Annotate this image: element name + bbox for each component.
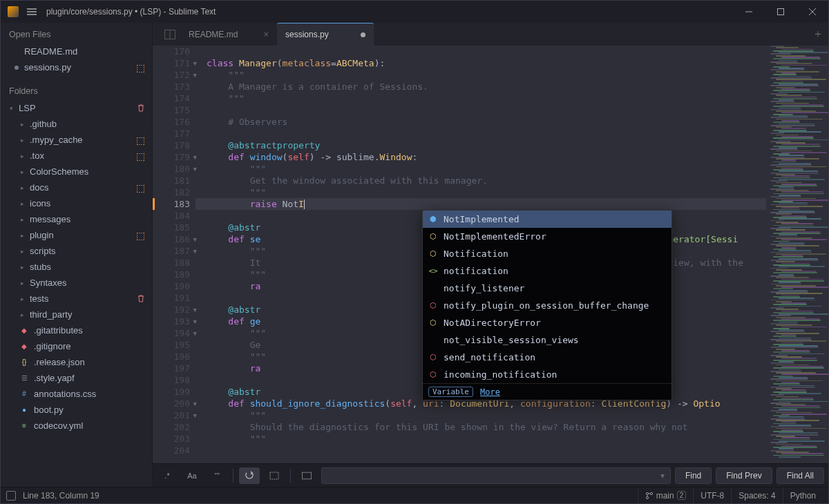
autocomplete-item[interactable]: ⬢NotImplemented [423, 211, 671, 228]
open-file-item[interactable]: README.md [1, 43, 152, 59]
code-line[interactable] [207, 128, 766, 139]
code-line[interactable]: """ [207, 186, 766, 198]
tree-item-label: .tox [30, 151, 132, 161]
code-line[interactable] [207, 104, 766, 116]
fold-icon[interactable]: ▼ [193, 304, 197, 316]
autocomplete-item[interactable]: ⬡notify_plugin_on_session_buffer_change [423, 297, 671, 314]
fold-icon[interactable]: ▼ [193, 152, 197, 164]
whole-word-toggle[interactable]: “” [207, 467, 227, 484]
highlight-toggle[interactable] [296, 467, 317, 484]
dirty-dot-icon [15, 66, 19, 70]
fold-icon[interactable]: ▼ [193, 328, 197, 340]
code-line[interactable] [207, 445, 766, 456]
minimap[interactable] [766, 46, 828, 463]
window-maximize-button[interactable] [765, 1, 797, 23]
code-line[interactable]: """ [207, 163, 766, 175]
close-tab-icon[interactable]: × [263, 29, 269, 39]
folder-item[interactable]: ▸third_party [1, 307, 152, 322]
folder-item[interactable]: ▸.github [1, 116, 152, 132]
file-item[interactable]: ≡codecov.yml [1, 418, 152, 434]
hamburger-menu-icon[interactable] [27, 8, 37, 16]
find-prev-button[interactable]: Find Prev [716, 467, 772, 484]
disclosure-icon: ▾ [8, 105, 15, 112]
status-git-branch[interactable]: main 2 [638, 487, 694, 504]
autocomplete-more-link[interactable]: More [480, 387, 500, 397]
status-indentation[interactable]: Spaces: 4 [731, 487, 782, 504]
code-line[interactable]: """ [207, 409, 766, 421]
code-line[interactable]: Get the window associated with this mana… [207, 175, 766, 186]
code-line[interactable]: class Manager(metaclass=ABCMeta): [207, 57, 766, 69]
find-input[interactable]: ▾ [321, 467, 671, 484]
wrap-toggle[interactable] [239, 467, 260, 484]
autocomplete-item[interactable]: ⬡NotImplementedError [423, 228, 671, 245]
file-type-icon: ● [19, 406, 30, 414]
new-tab-button[interactable]: ＋ [808, 23, 828, 46]
tree-item-label: codecov.yml [34, 420, 145, 431]
fold-icon[interactable]: ▼ [193, 398, 197, 410]
fold-icon[interactable]: ▼ [193, 70, 197, 81]
folder-item[interactable]: ▸icons [1, 195, 152, 211]
console-panel-icon[interactable] [6, 491, 16, 501]
completion-kind-icon: ⬡ [428, 232, 438, 242]
autocomplete-item[interactable]: notify_listener [423, 280, 671, 297]
fold-icon[interactable]: ▼ [193, 164, 197, 175]
folder-item[interactable]: ▸.mypy_cache⬚ [1, 132, 152, 148]
editor-tab[interactable]: sessions.py [277, 23, 374, 46]
find-history-dropdown-icon[interactable]: ▾ [660, 471, 665, 481]
file-item[interactable]: ◆.gitattributes [1, 322, 152, 338]
status-encoding[interactable]: UTF-8 [693, 487, 731, 504]
code-line[interactable]: A Manager is a container of Sessions. [207, 81, 766, 93]
fold-icon[interactable]: ▼ [193, 234, 197, 246]
editor-tab[interactable]: README.md× [180, 23, 277, 46]
file-item[interactable]: #annotations.css [1, 386, 152, 402]
trash-icon[interactable] [137, 104, 145, 113]
folder-item[interactable]: ▸docs⬚ [1, 180, 152, 195]
folder-root[interactable]: ▾ LSP [1, 100, 152, 116]
folder-item[interactable]: ▸.tox⬚ [1, 148, 152, 164]
folder-item[interactable]: ▸plugin⬚ [1, 227, 152, 243]
file-item[interactable]: ☰.style.yapf [1, 370, 152, 386]
window-close-button[interactable] [797, 1, 828, 23]
code-line[interactable] [207, 46, 766, 57]
autocomplete-item[interactable]: ⬡Notification [423, 245, 671, 262]
case-sensitive-toggle[interactable]: Aa [182, 467, 202, 484]
autocomplete-item[interactable]: ⬡NotADirectoryError [423, 314, 671, 331]
autocomplete-item[interactable]: ⬡incoming_notification [423, 366, 671, 383]
autocomplete-popup[interactable]: ⬢NotImplemented⬡NotImplementedError⬡Noti… [422, 210, 672, 400]
file-item[interactable]: ●boot.py [1, 402, 152, 418]
folder-item[interactable]: ▸Syntaxes [1, 275, 152, 291]
fold-icon[interactable]: ▼ [193, 410, 197, 422]
line-number: 195 [153, 339, 190, 351]
layout-icon[interactable] [160, 23, 180, 46]
folder-item[interactable]: ▸ColorSchemes [1, 164, 152, 180]
folder-item[interactable]: ▸scripts [1, 243, 152, 259]
code-line[interactable]: @abstractproperty [207, 139, 766, 151]
folder-item[interactable]: ▸messages [1, 211, 152, 227]
find-all-button[interactable]: Find All [776, 467, 824, 484]
code-line[interactable]: # Observers [207, 116, 766, 128]
code-line[interactable]: Should the diagnostics for this URI be s… [207, 421, 766, 433]
code-line[interactable]: def window(self) -> sublime.Window: [207, 151, 766, 163]
autocomplete-item[interactable]: not_visible_session_views [423, 331, 671, 349]
fold-icon[interactable]: ▼ [193, 316, 197, 328]
code-line[interactable]: """ [207, 433, 766, 445]
window-minimize-button[interactable] [733, 1, 765, 23]
code-line[interactable]: """ [207, 93, 766, 104]
fold-icon[interactable]: ▼ [193, 246, 197, 258]
fold-icon[interactable]: ▼ [193, 58, 197, 70]
find-button[interactable]: Find [675, 467, 712, 484]
folder-item[interactable]: ▸stubs [1, 259, 152, 275]
in-selection-toggle[interactable] [264, 467, 285, 484]
code-line[interactable]: """ [207, 69, 766, 81]
open-file-item[interactable]: sessions.py⬚ [1, 59, 152, 75]
regex-toggle[interactable]: .* [157, 467, 178, 484]
file-item[interactable]: {}.release.json [1, 354, 152, 370]
autocomplete-footer: Variable More [423, 383, 671, 400]
file-item[interactable]: ◆.gitignore [1, 338, 152, 354]
status-syntax[interactable]: Python [783, 487, 823, 504]
trash-icon[interactable] [137, 294, 145, 303]
code-line[interactable]: raise NotI [196, 198, 766, 210]
autocomplete-item[interactable]: ⬡send_notification [423, 349, 671, 366]
autocomplete-item[interactable]: <>notification [423, 262, 671, 280]
folder-item[interactable]: ▸tests [1, 291, 152, 307]
